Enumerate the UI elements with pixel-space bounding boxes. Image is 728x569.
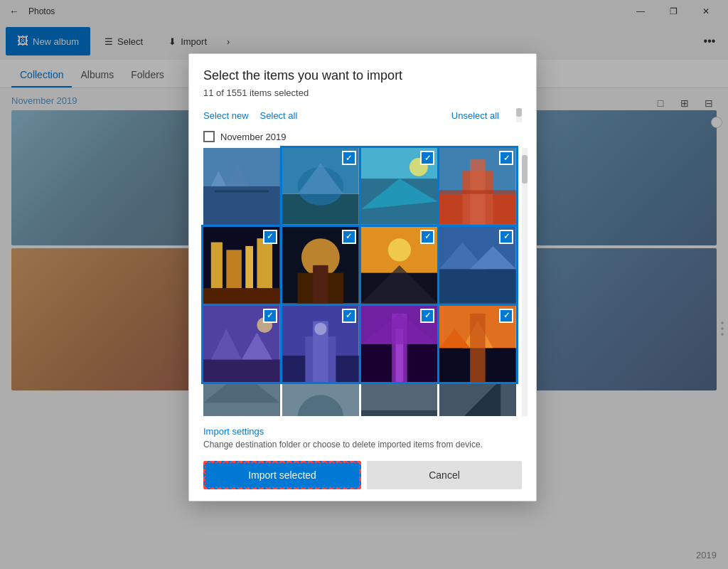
photo-check-12: ✓: [499, 309, 513, 323]
photo-check-6: ✓: [342, 230, 356, 244]
photo-check-5: ✓: [263, 230, 277, 244]
svg-point-45: [314, 322, 326, 334]
dialog-footer: Import selected Cancel: [189, 452, 536, 501]
photo-item-15[interactable]: [361, 384, 438, 416]
photo-check-9: ✓: [263, 309, 277, 323]
photo-item-6[interactable]: ✓: [282, 227, 359, 304]
dialog-top-actions: Select new Select all Unselect all: [189, 104, 536, 128]
svg-rect-21: [245, 246, 253, 288]
photo-item-1[interactable]: [203, 148, 280, 225]
select-new-link[interactable]: Select new: [203, 110, 249, 121]
scrollbar-track[interactable]: [516, 108, 522, 122]
svg-rect-23: [203, 288, 280, 304]
import-settings-link[interactable]: Import settings: [203, 426, 264, 437]
month-label: November 2019: [220, 132, 287, 142]
import-settings-section: Import settings Change destination folde…: [189, 416, 536, 452]
photo-item-3[interactable]: ✓: [361, 148, 438, 225]
import-selected-button[interactable]: Import selected: [203, 461, 361, 489]
unselect-all-link[interactable]: Unselect all: [451, 110, 499, 121]
svg-rect-27: [313, 265, 328, 304]
photo-item-14[interactable]: [282, 384, 359, 416]
photo-item-5[interactable]: ✓: [203, 227, 280, 304]
dialog-title: Select the items you want to import: [203, 68, 522, 83]
svg-rect-19: [211, 242, 223, 288]
month-checkbox[interactable]: [203, 131, 215, 142]
photo-check-11: ✓: [420, 309, 434, 323]
photo-check-8: ✓: [499, 230, 513, 244]
svg-point-30: [387, 238, 410, 261]
import-dialog: Select the items you want to import 11 o…: [188, 53, 537, 501]
svg-rect-61: [361, 410, 438, 416]
dialog-subtitle: 11 of 1551 items selected: [203, 87, 522, 98]
photo-item-11[interactable]: ✓: [361, 306, 438, 383]
photo-check-2: ✓: [342, 151, 356, 165]
select-all-link[interactable]: Select all: [260, 110, 298, 121]
svg-rect-33: [439, 269, 516, 303]
import-settings-desc: Change destination folder or choose to d…: [203, 440, 522, 450]
photo-item-16[interactable]: [439, 384, 516, 416]
dialog-header: Select the items you want to import 11 o…: [189, 54, 536, 104]
photo-item-4[interactable]: ✓: [439, 148, 516, 225]
svg-rect-4: [215, 190, 268, 192]
photo-item-8[interactable]: ✓: [439, 227, 516, 304]
photo-check-10: ✓: [342, 309, 356, 323]
cancel-button[interactable]: Cancel: [367, 461, 522, 489]
photo-grid-scrollbar[interactable]: [522, 148, 528, 416]
photo-check-7: ✓: [420, 230, 434, 244]
photo-check-4: ✓: [499, 151, 513, 165]
svg-rect-22: [257, 238, 272, 288]
month-row: November 2019: [189, 128, 536, 148]
photo-item-12[interactable]: ✓: [439, 306, 516, 383]
photo-item-7[interactable]: ✓: [361, 227, 438, 304]
photo-item-13[interactable]: [203, 384, 280, 416]
photo-item-9[interactable]: ✓: [203, 306, 280, 383]
svg-rect-17: [439, 190, 516, 193]
svg-rect-20: [226, 250, 242, 288]
svg-rect-37: [203, 359, 280, 382]
photo-item-2[interactable]: ✓: [282, 148, 359, 225]
photo-item-10[interactable]: ✓: [282, 306, 359, 383]
svg-rect-55: [470, 313, 486, 382]
photo-check-3: ✓: [420, 151, 434, 165]
